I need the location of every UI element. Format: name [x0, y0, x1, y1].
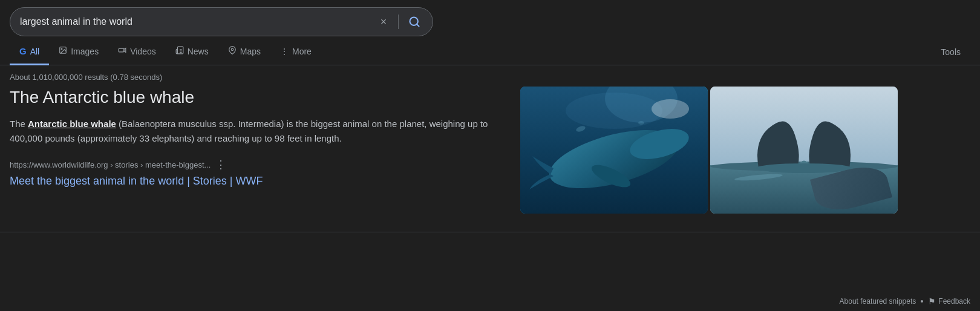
result-description: The Antarctic blue whale (Balaenoptera m… — [10, 117, 506, 146]
search-clear-button[interactable]: × — [376, 15, 391, 29]
main-content: The Antarctic blue whale The Antarctic b… — [0, 87, 980, 214]
tab-images-label: Images — [71, 47, 99, 56]
search-input[interactable]: largest animal in the world — [20, 16, 371, 27]
tab-maps-label: Maps — [240, 47, 261, 56]
svg-point-21 — [756, 163, 852, 173]
search-bar[interactable]: largest animal in the world × — [10, 7, 433, 36]
description-prefix: The — [10, 119, 28, 129]
images-icon — [59, 46, 67, 56]
description-highlighted: Antarctic blue whale — [28, 119, 116, 129]
result-url: https://www.worldwildlife.org › stories … — [10, 160, 211, 169]
news-icon — [175, 46, 184, 56]
feedback-icon: ⚑ — [928, 296, 936, 306]
whale-image-1-svg — [520, 87, 708, 214]
result-url-row: https://www.worldwildlife.org › stories … — [10, 158, 506, 171]
whale-image-1[interactable] — [520, 87, 708, 214]
tab-news-label: News — [188, 47, 209, 56]
more-icon: ⋮ — [280, 47, 289, 56]
images-area — [520, 87, 898, 214]
tab-news[interactable]: News — [166, 39, 218, 65]
tab-all[interactable]: G All — [10, 39, 49, 65]
tab-images[interactable]: Images — [49, 39, 108, 65]
svg-point-23 — [825, 178, 861, 182]
svg-point-3 — [61, 48, 62, 50]
feedback-label: Feedback — [938, 297, 970, 306]
bottom-bar: About featured snippets ⚑ Feedback — [830, 292, 980, 311]
tab-more[interactable]: ⋮ More — [270, 39, 321, 65]
tools-label: Tools — [941, 47, 961, 57]
all-icon: G — [19, 46, 27, 56]
videos-icon — [118, 46, 126, 56]
tab-more-label: More — [292, 47, 312, 56]
svg-point-17 — [638, 121, 644, 125]
nav-tabs: G All Images Videos News — [0, 39, 980, 65]
whale-image-2[interactable] — [710, 87, 898, 214]
whale-image-2-svg — [710, 87, 898, 214]
search-submit-button[interactable] — [406, 13, 423, 30]
svg-rect-4 — [119, 48, 124, 52]
about-featured-snippets-link[interactable]: About featured snippets — [840, 297, 916, 306]
result-link[interactable]: Meet the biggest animal in the world | S… — [10, 175, 263, 187]
svg-marker-5 — [124, 48, 126, 53]
bottom-divider — [0, 232, 980, 232]
result-text-area: The Antarctic blue whale The Antarctic b… — [10, 87, 506, 188]
results-count: About 1,010,000,000 results (0.78 second… — [0, 65, 980, 87]
tab-maps[interactable]: Maps — [218, 39, 270, 65]
tab-videos[interactable]: Videos — [108, 39, 166, 65]
result-options-button[interactable]: ⋮ — [215, 158, 226, 171]
tab-all-label: All — [30, 47, 40, 56]
search-bar-container: largest animal in the world × — [0, 0, 980, 36]
tools-button[interactable]: Tools — [931, 40, 970, 64]
result-title: The Antarctic blue whale — [10, 87, 506, 108]
maps-icon — [228, 46, 237, 56]
svg-point-9 — [231, 48, 234, 51]
svg-line-1 — [417, 24, 419, 27]
svg-point-12 — [566, 93, 662, 129]
search-divider — [398, 15, 399, 29]
tab-videos-label: Videos — [130, 47, 156, 56]
bottom-bar-dot-divider — [921, 300, 923, 303]
feedback-link[interactable]: ⚑ Feedback — [928, 296, 970, 306]
